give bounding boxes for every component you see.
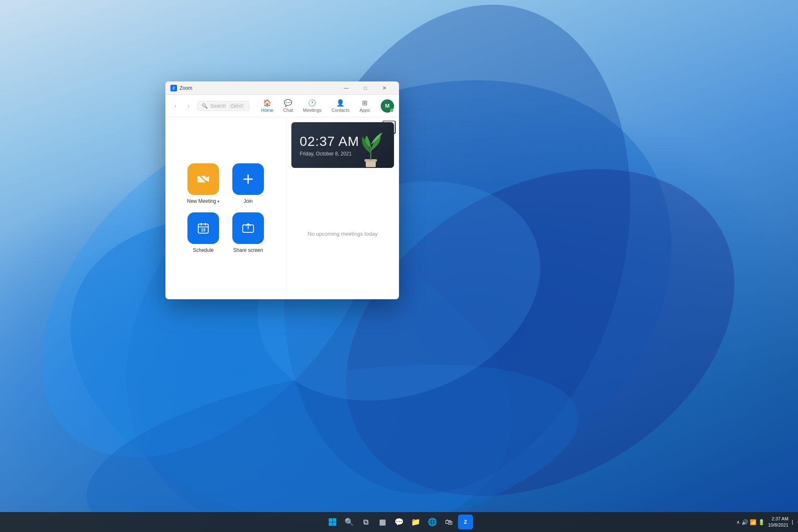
taskbar-date: 10/8/2021 [768,522,788,528]
svg-text:19: 19 [201,228,206,232]
new-meeting-text: New Meeting [187,198,216,204]
clock-card: 02:37 AM Friday, October 8, 2021 [291,122,394,168]
network-icon[interactable]: 📶 [750,519,756,525]
maximize-button[interactable]: □ [356,81,375,95]
zoom-window: Z Zoom — □ ✕ ‹ › 🔍 Search Ctrl+F 🏠 Home … [165,81,399,299]
chat-icon: 💬 [284,99,292,107]
new-meeting-button[interactable] [187,163,219,195]
share-screen-action[interactable]: Share screen [232,212,264,253]
taskbar: 🔍 ⧉ ▦ 💬 📁 🌐 🛍 Z ∧ 🔊 📶 🔋 2:37 AM 10/8/202… [0,512,798,532]
apps-icon: ⊞ [362,99,367,107]
toolbar: ‹ › 🔍 Search Ctrl+F 🏠 Home 💬 Chat 🕐 Meet… [165,95,399,117]
start-button[interactable] [325,515,340,530]
plus-icon [241,172,255,186]
svg-marker-8 [206,176,209,182]
tab-chat[interactable]: 💬 Chat [278,97,298,114]
svg-rect-24 [333,518,337,522]
share-screen-button[interactable] [232,212,264,244]
right-panel: 02:37 AM Friday, October 8, 2021 [286,117,399,299]
zoom-logo: Z [170,85,177,91]
share-screen-label: Share screen [233,247,263,253]
taskbar-center-icons: 🔍 ⧉ ▦ 💬 📁 🌐 🛍 Z [325,515,473,530]
back-button[interactable]: ‹ [170,101,180,111]
wallpaper [0,0,798,532]
online-status-dot [390,109,394,112]
task-view-button[interactable]: ⧉ [358,515,373,530]
meetings-area: No upcoming meetings today [286,168,399,299]
join-label: Join [244,198,253,204]
search-box[interactable]: 🔍 Search Ctrl+F [197,101,249,111]
join-action[interactable]: Join [232,163,264,204]
tab-contacts[interactable]: 👤 Contacts [327,97,355,114]
schedule-button[interactable]: 19 [187,212,219,244]
tab-chat-label: Chat [283,108,293,113]
minimize-button[interactable]: — [337,81,356,95]
camera-slash-icon [197,172,210,186]
widgets-button[interactable]: ▦ [375,515,390,530]
tab-apps-label: Apps [360,108,370,113]
dropdown-chevron: ▾ [217,199,219,204]
window-title: Zoom [180,85,337,91]
join-button[interactable] [232,163,264,195]
title-bar: Z Zoom — □ ✕ [165,81,399,95]
home-icon: 🏠 [263,99,271,107]
search-shortcut: Ctrl+F [229,103,245,109]
nav-tabs: 🏠 Home 💬 Chat 🕐 Meetings 👤 Contacts ⊞ Ap… [256,97,375,114]
avatar-initials: M [385,103,390,109]
battery-icon[interactable]: 🔋 [758,519,765,525]
action-grid: New Meeting ▾ Join [187,163,264,253]
volume-icon[interactable]: 🔊 [741,519,748,525]
clock-time: 02:37 AM [300,134,359,149]
plant-illustration [354,131,387,168]
window-controls: — □ ✕ [337,81,394,95]
tab-home[interactable]: 🏠 Home [256,97,278,114]
taskbar-search-button[interactable]: 🔍 [342,515,357,530]
avatar[interactable]: M [381,99,394,113]
show-desktop-button[interactable]: | [792,519,793,525]
plant-svg [354,131,387,168]
zoom-taskbar-button[interactable]: Z [458,515,473,530]
tab-meetings[interactable]: 🕐 Meetings [298,97,327,114]
chevron-up-icon[interactable]: ∧ [736,520,740,525]
search-icon: 🔍 [202,103,208,109]
meetings-icon: 🕐 [308,99,316,107]
left-panel: New Meeting ▾ Join [165,117,286,299]
contacts-icon: 👤 [336,99,345,107]
taskbar-clock-date[interactable]: 2:37 AM 10/8/2021 [768,516,788,529]
tab-home-label: Home [261,108,273,113]
microsoft-store-button[interactable]: 🛍 [441,515,456,530]
schedule-label: Schedule [193,247,214,253]
svg-rect-25 [329,522,332,526]
edge-browser-button[interactable]: 🌐 [425,515,440,530]
main-content: New Meeting ▾ Join [165,117,399,299]
system-tray-icons: ∧ 🔊 📶 🔋 [736,519,765,525]
tab-apps[interactable]: ⊞ Apps [355,97,375,114]
search-placeholder: Search [210,103,227,109]
tab-meetings-label: Meetings [303,108,322,113]
no-meetings-text: No upcoming meetings today [308,231,377,237]
svg-rect-26 [333,522,337,526]
clock-info: 02:37 AM Friday, October 8, 2021 [300,134,359,157]
taskbar-right: ∧ 🔊 📶 🔋 2:37 AM 10/8/2021 | [736,516,793,529]
forward-button[interactable]: › [184,101,194,111]
svg-rect-23 [329,518,332,522]
file-explorer-button[interactable]: 📁 [408,515,423,530]
share-screen-icon [241,222,255,235]
teams-chat-button[interactable]: 💬 [392,515,406,530]
windows-logo-icon [328,518,337,526]
taskbar-time: 2:37 AM [768,516,788,522]
new-meeting-action[interactable]: New Meeting ▾ [187,163,219,204]
new-meeting-label: New Meeting ▾ [187,198,219,204]
calendar-icon: 19 [197,222,210,235]
tab-contacts-label: Contacts [332,108,350,113]
close-button[interactable]: ✕ [375,81,394,95]
clock-date: Friday, October 8, 2021 [300,151,359,157]
schedule-action[interactable]: 19 Schedule [187,212,219,253]
